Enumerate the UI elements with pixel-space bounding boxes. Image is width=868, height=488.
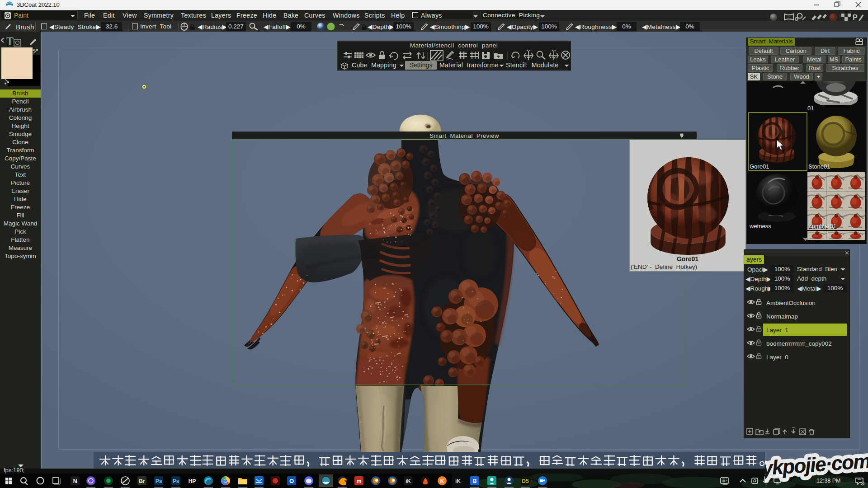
svg-text:N: N — [73, 478, 77, 484]
svg-text:D5: D5 — [522, 478, 529, 484]
svg-text:HP: HP — [189, 478, 196, 484]
svg-text:Ps: Ps — [156, 478, 162, 484]
svg-text:Br: Br — [139, 478, 145, 484]
svg-text:iK: iK — [406, 478, 411, 484]
svg-text:O: O — [289, 478, 294, 484]
svg-text:K: K — [440, 478, 444, 484]
svg-text:iK: iK — [455, 478, 461, 484]
svg-text:m: m — [357, 478, 362, 484]
svg-text:ykpojie·com: ykpojie·com — [765, 450, 868, 479]
svg-text:B: B — [473, 478, 477, 484]
svg-text:Ps: Ps — [173, 478, 179, 484]
